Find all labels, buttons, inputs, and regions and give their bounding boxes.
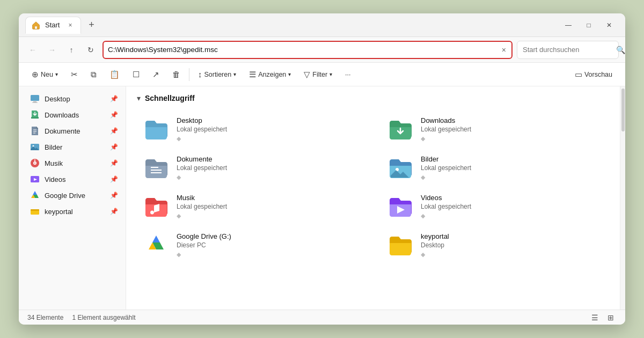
address-clear-button[interactable]: × xyxy=(501,46,507,54)
maximize-button[interactable]: □ xyxy=(579,18,598,33)
file-sub-desktop: Lokal gespeichert xyxy=(177,126,227,133)
more-button[interactable]: ··· xyxy=(340,69,356,80)
svg-rect-1 xyxy=(31,95,39,101)
file-info-googledrive: Google Drive (G:) Dieser PC ◆ xyxy=(177,232,231,258)
collapse-icon[interactable]: ▾ xyxy=(137,94,141,102)
file-item-googledrive[interactable]: Google Drive (G:) Dieser PC ◆ xyxy=(137,227,365,263)
search-input[interactable] xyxy=(523,46,613,54)
sidebar-item-desktop[interactable]: Desktop 📌 xyxy=(21,91,123,107)
search-icon: 🔍 xyxy=(616,46,625,54)
file-item-downloads[interactable]: Downloads Lokal gespeichert ◆ xyxy=(381,111,609,148)
quick-access-header: ▾ Schnellzugriff xyxy=(137,94,609,102)
file-item-musik[interactable]: Musik Lokal gespeichert ◆ xyxy=(137,188,365,225)
file-sub-bilder: Lokal gespeichert xyxy=(421,164,471,172)
preview-icon: ▭ xyxy=(575,70,582,79)
filter-button[interactable]: ▽ Filter ▾ xyxy=(298,68,338,82)
tab-start[interactable]: Start × xyxy=(25,17,81,34)
new-tab-button[interactable]: + xyxy=(83,17,99,33)
videos-folder-icon xyxy=(386,193,414,221)
sidebar-googledrive-icon xyxy=(30,190,40,201)
sidebar-googledrive-pin: 📌 xyxy=(110,192,118,199)
filter-chevron: ▾ xyxy=(330,71,332,77)
sidebar-keyportal-label: keyportal xyxy=(45,208,106,216)
status-right: ☰ ⊞ xyxy=(589,312,617,324)
file-item-desktop[interactable]: Desktop Lokal gespeichert ◆ xyxy=(137,111,365,148)
paste-button[interactable]: 📋 xyxy=(104,68,125,82)
back-button[interactable]: ← xyxy=(25,42,40,57)
status-count: 34 Elemente xyxy=(27,314,63,321)
rename-icon: ☐ xyxy=(133,70,140,79)
copy-button[interactable]: ⧉ xyxy=(85,68,102,82)
explorer-window: Start × + — □ ✕ ← → ↑ ↻ × 🔍 ⊕ Neu ▾ xyxy=(19,13,625,325)
paste-icon: 📋 xyxy=(109,70,120,79)
file-name-musik: Musik xyxy=(177,194,227,202)
title-bar: Start × + — □ ✕ xyxy=(19,13,625,37)
sidebar-desktop-icon xyxy=(30,93,40,104)
sidebar-item-musik[interactable]: Musik 📌 xyxy=(21,155,123,171)
sort-icon: ↕ xyxy=(198,70,202,79)
sidebar-item-bilder[interactable]: Bilder 📌 xyxy=(21,139,123,155)
file-item-keyportal[interactable]: keyportal Desktop ◆ xyxy=(381,227,609,263)
sidebar-item-videos[interactable]: Videos 📌 xyxy=(21,171,123,187)
sidebar-keyportal-pin: 📌 xyxy=(110,208,118,215)
cut-button[interactable]: ✂ xyxy=(65,68,83,82)
share-button[interactable]: ↗ xyxy=(147,68,165,82)
file-pin-musik: ◆ xyxy=(177,212,227,219)
tab-title: Start xyxy=(45,21,60,29)
file-item-videos[interactable]: Videos Lokal gespeichert ◆ xyxy=(381,188,609,225)
preview-button[interactable]: ▭ Vorschau xyxy=(569,68,618,82)
minimize-button[interactable]: — xyxy=(559,18,578,33)
rename-button[interactable]: ☐ xyxy=(127,68,145,82)
file-thumb-bilder xyxy=(386,154,414,182)
close-button[interactable]: ✕ xyxy=(599,18,619,33)
file-pin-videos: ◆ xyxy=(421,212,471,219)
delete-button[interactable]: 🗑 xyxy=(167,68,186,81)
view-button[interactable]: ☰ Anzeigen ▾ xyxy=(244,68,296,82)
file-thumb-videos xyxy=(386,193,414,221)
toolbar-separator xyxy=(189,68,189,81)
desktop-folder-icon xyxy=(142,115,170,143)
file-sub-musik: Lokal gespeichert xyxy=(177,203,227,210)
file-grid: Desktop Lokal gespeichert ◆ xyxy=(137,111,609,263)
sidebar-item-googledrive[interactable]: Google Drive 📌 xyxy=(21,187,123,203)
sidebar-item-dokumente[interactable]: Dokumente 📌 xyxy=(21,123,123,139)
sidebar: Desktop 📌 Downloads 📌 xyxy=(19,86,126,310)
file-pin-desktop: ◆ xyxy=(177,135,227,142)
forward-button[interactable]: → xyxy=(45,42,60,57)
sort-label: Sortieren xyxy=(204,71,231,78)
list-view-button[interactable]: ☰ xyxy=(589,312,601,324)
file-item-bilder[interactable]: Bilder Lokal gespeichert ◆ xyxy=(381,150,609,186)
file-info-downloads: Downloads Lokal gespeichert ◆ xyxy=(421,116,471,142)
scrollbar-thumb[interactable] xyxy=(621,89,625,131)
tab-close-button[interactable]: × xyxy=(67,21,73,29)
grid-view-button[interactable]: ⊞ xyxy=(605,312,617,324)
file-name-downloads: Downloads xyxy=(421,116,471,124)
file-thumb-googledrive xyxy=(142,231,170,259)
home-icon xyxy=(31,20,41,30)
copy-icon: ⧉ xyxy=(91,70,97,79)
sidebar-item-downloads[interactable]: Downloads 📌 xyxy=(21,107,123,123)
sidebar-musik-label: Musik xyxy=(45,159,106,167)
sidebar-bilder-label: Bilder xyxy=(45,143,106,151)
sidebar-bilder-pin: 📌 xyxy=(110,143,118,151)
view-label: Anzeigen xyxy=(258,71,286,78)
refresh-button[interactable]: ↻ xyxy=(83,42,98,57)
file-thumb-dokumente xyxy=(142,154,170,182)
file-item-dokumente[interactable]: Dokumente Lokal gespeichert ◆ xyxy=(137,150,365,186)
scrollbar[interactable] xyxy=(620,86,625,310)
address-input[interactable] xyxy=(108,46,501,54)
file-thumb-keyportal xyxy=(386,231,414,259)
sidebar-music-icon xyxy=(30,158,40,168)
music-folder-icon xyxy=(142,193,170,221)
filter-icon: ▽ xyxy=(304,70,310,79)
sort-button[interactable]: ↕ Sortieren ▾ xyxy=(193,68,241,81)
file-pin-googledrive: ◆ xyxy=(177,251,231,258)
new-button[interactable]: ⊕ Neu ▾ xyxy=(26,68,63,82)
up-button[interactable]: ↑ xyxy=(64,42,79,57)
svg-rect-4 xyxy=(31,117,39,119)
file-name-dokumente: Dokumente xyxy=(177,155,227,163)
sidebar-item-keyportal[interactable]: keyportal 📌 xyxy=(21,203,123,219)
docs-folder-icon xyxy=(142,154,170,182)
new-icon: ⊕ xyxy=(32,70,39,79)
sidebar-downloads-icon xyxy=(30,109,40,120)
